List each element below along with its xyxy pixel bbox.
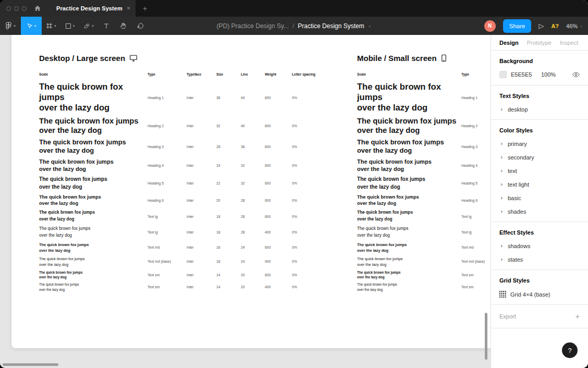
- chevron-down-icon[interactable]: ⌄: [368, 23, 372, 28]
- type-sample-text[interactable]: The quick brown fox jumps over the lazy …: [357, 82, 461, 114]
- tab-design[interactable]: Design: [499, 40, 519, 46]
- breadcrumb-project[interactable]: (PD) Practice Design Sy...: [217, 22, 289, 30]
- canvas[interactable]: Desktop / Large screen ScaleTypeTypeface…: [0, 35, 491, 368]
- type-sample-text[interactable]: The quick brown fox jumps over the lazy …: [39, 176, 148, 191]
- accessibility-badge[interactable]: A?: [551, 23, 559, 29]
- type-sample-text[interactable]: The quick brown fox jumps over the lazy …: [357, 226, 461, 239]
- style-item-primary[interactable]: primary: [499, 141, 580, 147]
- background-color-row[interactable]: E5E5E5 100%: [499, 71, 580, 78]
- eye-icon[interactable]: [572, 72, 580, 77]
- table-row: The quick brown fox jumps over the lazy …: [357, 242, 491, 253]
- section-heading: Text Styles: [499, 93, 580, 99]
- breadcrumb-file-name[interactable]: Practice Design System: [298, 22, 364, 30]
- cell-type: Text sm: [148, 285, 187, 289]
- type-sample-text[interactable]: The quick brown fox jumps over the lazy …: [39, 282, 148, 291]
- type-sample-text[interactable]: The quick brown fox jumps over the lazy …: [357, 158, 461, 173]
- type-sample-text[interactable]: The quick brown fox jumps over the lazy …: [357, 270, 461, 279]
- desktop-section-title-text: Desktop / Large screen: [39, 54, 125, 63]
- share-button[interactable]: Share: [503, 19, 532, 33]
- comment-tool-button[interactable]: [131, 17, 149, 35]
- type-sample-text[interactable]: The quick brown fox jumps over the lazy …: [357, 256, 461, 267]
- comment-bubble-icon: [137, 22, 144, 29]
- background-hex-value[interactable]: E5E5E5: [511, 71, 541, 78]
- type-sample-text[interactable]: The quick brown fox jumps over the lazy …: [357, 194, 461, 207]
- style-item-label: desktop: [508, 106, 528, 113]
- table-row: The quick brown fox jumps over the lazy …: [39, 194, 336, 207]
- style-item-text-light[interactable]: text light: [499, 181, 580, 188]
- style-item-label: states: [508, 256, 523, 263]
- cell-weight: 400: [265, 230, 292, 234]
- type-sample-text[interactable]: The quick brown fox jumps over the lazy …: [39, 138, 148, 155]
- cell-line: 32: [241, 164, 265, 167]
- present-icon[interactable]: ▷: [538, 22, 544, 30]
- mobile-section-title-text: Mobile / Small screen: [357, 54, 437, 63]
- shape-tool-button[interactable]: ▾: [60, 17, 79, 35]
- chevron-right-icon: [501, 183, 503, 186]
- cell-letter-spacing: 0%: [292, 199, 323, 202]
- cell-type: Heading 6: [148, 199, 187, 202]
- text-tool-button[interactable]: [98, 17, 115, 35]
- type-sample-text[interactable]: The quick brown fox jumps over the lazy …: [39, 116, 148, 136]
- type-sample-text[interactable]: The quick brown fox jumps over the lazy …: [39, 242, 148, 253]
- type-sample-text[interactable]: The quick brown fox jumps over the lazy …: [357, 282, 461, 291]
- type-sample-text[interactable]: The quick brown fox jumps over the lazy …: [39, 226, 148, 239]
- cell-line: 40: [241, 124, 265, 128]
- avatar[interactable]: N: [484, 20, 496, 32]
- move-tool-button[interactable]: ▾: [21, 17, 42, 35]
- cell-type: Heading 5: [461, 181, 491, 185]
- style-item-shadows[interactable]: shadows: [499, 243, 580, 249]
- vertical-scrollbar[interactable]: [485, 313, 487, 360]
- tab-close-icon[interactable]: ×: [127, 5, 130, 11]
- help-button[interactable]: ?: [562, 342, 578, 358]
- home-icon[interactable]: [34, 5, 41, 12]
- type-sample-text[interactable]: The quick brown fox jumps over the lazy …: [39, 158, 148, 173]
- desktop-monitor-icon: [129, 55, 138, 62]
- frame-tool-button[interactable]: ▾: [42, 17, 60, 35]
- window-close-button[interactable]: [6, 6, 11, 11]
- color-swatch[interactable]: [499, 71, 507, 78]
- type-sample-text[interactable]: The quick brown fox jumps over the lazy …: [39, 256, 148, 267]
- window-minimize-button[interactable]: [14, 6, 19, 11]
- style-item-shades[interactable]: shades: [499, 208, 580, 215]
- horizontal-scrollbar[interactable]: [3, 363, 58, 366]
- style-item-basic[interactable]: basic: [499, 195, 580, 201]
- type-sample-text[interactable]: The quick brown fox jumps over the lazy …: [357, 176, 461, 191]
- tab-prototype[interactable]: Prototype: [527, 40, 552, 46]
- cell-size: 32: [216, 124, 241, 128]
- grid-style-item[interactable]: Grid 4×4 (base): [499, 291, 580, 298]
- style-item-desktop[interactable]: desktop: [499, 106, 580, 113]
- hand-tool-button[interactable]: [115, 17, 131, 35]
- cell-line: 20: [241, 273, 265, 277]
- cell-type: Text lg: [461, 215, 491, 218]
- color-styles-section: Color Stylesprimarysecondarytexttext lig…: [491, 120, 588, 222]
- text-styles-section: Text Stylesdesktop: [491, 85, 588, 120]
- cell-typeface: Inter: [187, 164, 216, 167]
- type-sample-text[interactable]: The quick brown fox jumps over the lazy …: [39, 194, 148, 207]
- table-row: The quick brown fox jumps over the lazy …: [357, 158, 491, 173]
- cell-weight: 400: [265, 285, 292, 289]
- type-sample-text[interactable]: The quick brown fox jumps over the lazy …: [39, 210, 148, 223]
- new-tab-icon[interactable]: +: [143, 4, 147, 13]
- cell-type: Text lg: [461, 230, 491, 234]
- file-tab[interactable]: Practice Design System ×: [50, 0, 136, 17]
- type-sample-text[interactable]: The quick brown fox jumps over the lazy …: [357, 210, 461, 223]
- pen-tool-button[interactable]: ▾: [79, 17, 98, 35]
- style-item-secondary[interactable]: secondary: [499, 154, 580, 161]
- type-sample-text[interactable]: The quick brown fox jumps over the lazy …: [357, 116, 461, 136]
- add-export-button[interactable]: +: [575, 312, 580, 321]
- table-row: The quick brown fox jumps over the lazy …: [39, 82, 336, 114]
- cell-type: Text md (base): [148, 260, 187, 263]
- type-sample-text[interactable]: The quick brown fox jumps over the lazy …: [357, 242, 461, 253]
- grid-styles-section: Grid Styles Grid 4×4 (base): [491, 270, 588, 305]
- type-sample-text[interactable]: The quick brown fox jumps over the lazy …: [357, 138, 461, 155]
- background-opacity-value[interactable]: 100%: [541, 71, 572, 78]
- cell-type: Text lg: [148, 215, 187, 218]
- zoom-control[interactable]: 46% ⌄: [566, 23, 583, 29]
- type-sample-text[interactable]: The quick brown fox jumps over the lazy …: [39, 82, 148, 114]
- tab-inspect[interactable]: Inspect: [560, 40, 578, 46]
- style-item-states[interactable]: states: [499, 256, 580, 263]
- style-item-text[interactable]: text: [499, 168, 580, 174]
- main-menu-button[interactable]: ▾: [0, 17, 21, 35]
- type-sample-text[interactable]: The quick brown fox jumps over the lazy …: [39, 270, 148, 279]
- window-zoom-button[interactable]: [22, 6, 27, 11]
